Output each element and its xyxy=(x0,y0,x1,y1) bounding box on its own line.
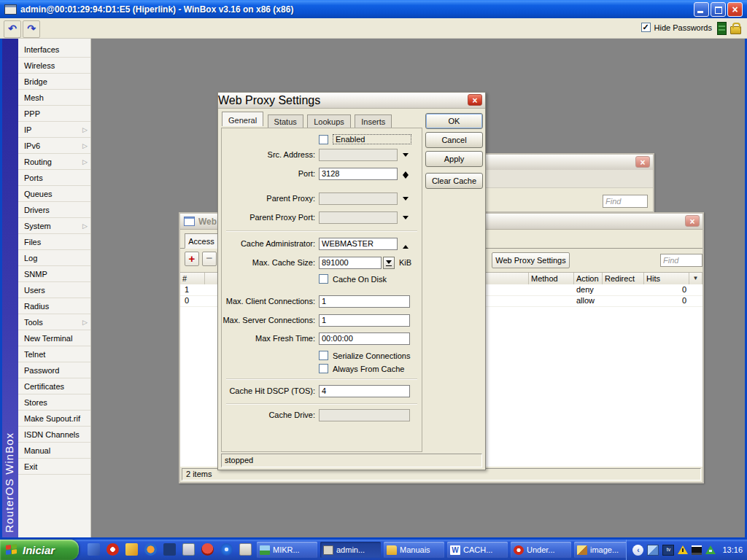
task-cach-document[interactable]: W CACH... xyxy=(447,542,508,558)
tab-inserts[interactable]: Inserts xyxy=(355,114,392,128)
column-header-action[interactable]: Action xyxy=(574,273,603,285)
hide-passwords-checkbox[interactable]: ✓ xyxy=(641,23,651,32)
background-window-close-button[interactable]: × xyxy=(635,156,650,168)
tray-chevron-button[interactable]: ‹ xyxy=(632,545,643,556)
internet-explorer-icon[interactable] xyxy=(220,543,233,556)
remove-rule-button[interactable]: − xyxy=(202,252,217,266)
media-player-icon[interactable] xyxy=(144,543,157,556)
ime-glyph-icon[interactable] xyxy=(692,545,702,555)
undo-button[interactable]: ↶ xyxy=(4,20,21,38)
warning-icon[interactable] xyxy=(678,545,688,554)
sidebar-item-certificates[interactable]: Certificates xyxy=(18,378,90,394)
sidebar-item-exit[interactable]: Exit xyxy=(18,459,90,475)
tv-app-icon[interactable] xyxy=(163,543,176,556)
sidebar-item-snmp[interactable]: SNMP xyxy=(18,266,90,282)
sidebar-item-queues[interactable]: Queues xyxy=(18,186,90,202)
sidebar-item-users[interactable]: Users xyxy=(18,282,90,298)
close-icon: × xyxy=(728,2,742,17)
messenger-icon[interactable] xyxy=(88,543,100,556)
sidebar-item-system[interactable]: System▷ xyxy=(18,218,90,234)
always-from-cache-checkbox[interactable] xyxy=(319,364,328,373)
sidebar-item-interfaces[interactable]: Interfaces xyxy=(18,42,90,58)
sidebar-item-wireless[interactable]: Wireless xyxy=(18,58,90,74)
sidebar-item-stores[interactable]: Stores xyxy=(18,394,90,411)
find-input[interactable] xyxy=(660,254,703,267)
unit-dropdown-button[interactable] xyxy=(383,257,395,269)
collapse-icon[interactable] xyxy=(403,242,409,249)
start-button[interactable]: Iniciar xyxy=(0,540,79,560)
minimize-button[interactable] xyxy=(694,2,709,17)
sidebar-item-ipv6[interactable]: IPv6▷ xyxy=(18,138,90,154)
task-under[interactable]: Under... xyxy=(511,542,571,558)
sidebar-item-tools[interactable]: Tools▷ xyxy=(18,314,90,330)
cache-drive-input[interactable] xyxy=(319,409,410,421)
sidebar-item-ppp[interactable]: PPP xyxy=(18,106,90,122)
cache-admin-input[interactable]: WEBMASTER xyxy=(319,238,398,250)
column-header-num[interactable]: # xyxy=(180,273,205,285)
sidebar-item-make-supout[interactable]: Make Supout.rif xyxy=(18,411,90,427)
max-cache-size-input[interactable]: 891000 xyxy=(319,257,382,269)
parent-proxy-input[interactable] xyxy=(319,192,398,205)
dropdown-icon[interactable] xyxy=(403,216,409,222)
port-input[interactable]: 3128 xyxy=(319,168,398,180)
sidebar-item-telnet[interactable]: Telnet xyxy=(18,346,90,362)
tv-icon[interactable]: tv xyxy=(662,545,674,556)
redo-button[interactable]: ↷ xyxy=(23,20,40,38)
src-address-input[interactable] xyxy=(319,149,398,161)
sidebar-item-routing[interactable]: Routing▷ xyxy=(18,154,90,170)
network-icon[interactable] xyxy=(647,545,659,556)
dscp-input[interactable]: 4 xyxy=(319,385,410,397)
find-input[interactable] xyxy=(603,195,648,208)
serialize-connections-checkbox[interactable] xyxy=(319,351,328,360)
add-rule-button[interactable]: + xyxy=(185,252,199,266)
media-app-icon[interactable] xyxy=(107,543,119,556)
parent-proxy-port-input[interactable] xyxy=(319,211,398,224)
sidebar-item-ports[interactable]: Ports xyxy=(18,170,90,186)
tab-general[interactable]: General xyxy=(222,112,263,126)
column-header-method[interactable]: Method xyxy=(529,273,574,285)
headphones-app-icon[interactable] xyxy=(201,543,214,556)
submenu-arrow-icon: ▷ xyxy=(82,222,88,230)
cache-on-disk-checkbox[interactable] xyxy=(319,274,328,284)
port-spinner[interactable] xyxy=(403,168,409,180)
sidebar-item-isdn-channels[interactable]: ISDN Channels xyxy=(18,427,90,443)
close-button[interactable]: × xyxy=(727,2,743,17)
column-header-hits[interactable]: Hits xyxy=(644,273,689,285)
tab-status[interactable]: Status xyxy=(268,114,303,128)
apply-button[interactable]: Apply xyxy=(425,151,483,167)
enabled-checkbox[interactable] xyxy=(319,135,328,144)
sidebar-item-files[interactable]: Files xyxy=(18,234,90,250)
sidebar-item-bridge[interactable]: Bridge xyxy=(18,74,90,90)
task-manuais[interactable]: Manuais xyxy=(384,542,444,558)
ok-button[interactable]: OK xyxy=(425,113,483,129)
max-server-input[interactable]: 1 xyxy=(319,314,410,327)
window-app-icon[interactable] xyxy=(239,543,252,556)
sidebar-item-mesh[interactable]: Mesh xyxy=(18,90,90,106)
sidebar-item-manual[interactable]: Manual xyxy=(18,443,90,459)
column-selector-button[interactable]: ▼ xyxy=(689,273,703,285)
web-proxy-settings-button[interactable]: Web Proxy Settings xyxy=(492,252,570,268)
sidebar-item-drivers[interactable]: Drivers xyxy=(18,202,90,218)
sidebar-item-password[interactable]: Password xyxy=(18,362,90,378)
dropdown-icon[interactable] xyxy=(403,153,409,160)
max-fresh-time-input[interactable]: 00:00:00 xyxy=(319,332,410,345)
clear-cache-button[interactable]: Clear Cache xyxy=(425,173,483,189)
sidebar-item-radius[interactable]: Radius xyxy=(18,298,90,314)
search-window-icon[interactable] xyxy=(182,543,195,556)
notes-app-icon[interactable] xyxy=(125,543,138,556)
sidebar-item-new-terminal[interactable]: New Terminal xyxy=(18,330,90,346)
restore-button[interactable] xyxy=(711,2,726,17)
column-header-redirect-to[interactable]: Redirect To xyxy=(603,273,644,285)
sidebar-item-log[interactable]: Log xyxy=(18,250,90,266)
task-admin-winbox[interactable]: admin... xyxy=(320,542,381,558)
sidebar-item-ip[interactable]: IP▷ xyxy=(18,122,90,138)
app-logo-icon[interactable] xyxy=(705,545,716,554)
task-mikr[interactable]: MIKR... xyxy=(257,542,317,558)
max-client-input[interactable]: 1 xyxy=(319,295,410,308)
tab-lookups[interactable]: Lookups xyxy=(307,114,351,128)
tab-access[interactable]: Access xyxy=(185,233,218,249)
cancel-button[interactable]: Cancel xyxy=(425,132,483,148)
dialog-close-button[interactable]: × xyxy=(468,94,482,106)
dropdown-icon[interactable] xyxy=(403,197,409,203)
list-window-close-button[interactable]: × xyxy=(685,215,700,227)
